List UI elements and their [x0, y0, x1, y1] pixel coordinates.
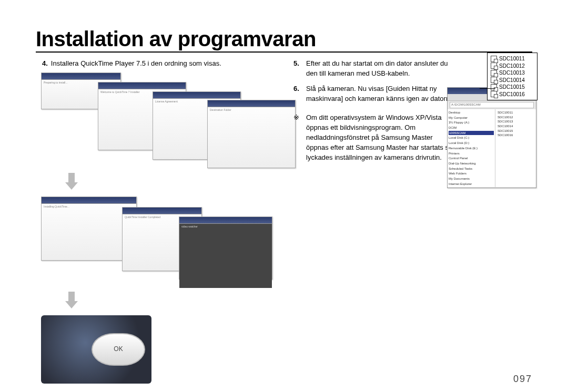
page-title: Installation av programvaran	[36, 27, 316, 51]
callout-item: SDC10013	[491, 69, 534, 77]
down-arrow-icon	[65, 290, 78, 310]
step-4-number: 4.	[42, 59, 48, 68]
explorer-pane: SDC10011 SDC10012 SDC10013 SDC10014 SDC1…	[495, 109, 536, 187]
samsung-installer-thumb: OK	[41, 315, 151, 384]
step-4-text: Installera QuickTime Player 7.5 i den or…	[51, 59, 221, 68]
callout-label: SDC10015	[499, 84, 525, 91]
callout-item: SDC10011	[491, 55, 534, 63]
callout-label: SDC10016	[499, 91, 525, 98]
file-item: SDC10014	[498, 124, 534, 129]
file-item: SDC10016	[498, 133, 534, 138]
image-file-icon	[491, 56, 497, 62]
tree-item: Control Panel	[449, 156, 494, 161]
down-arrow-icon	[65, 171, 78, 191]
explorer-tree: Desktop My Computer 3½ Floppy (A:) DCIM …	[448, 109, 495, 187]
tree-item: Web Folders	[449, 171, 494, 176]
image-file-icon	[491, 91, 497, 97]
tree-item: Local Disk (C:)	[449, 136, 494, 140]
installer-thumb: Destination Folder	[207, 100, 296, 168]
explorer-window-thumb: A:\DCIM\100SSCAM Desktop My Computer 3½ …	[447, 87, 536, 188]
tree-item: Removable Disk (E:)	[449, 146, 494, 151]
tree-item: Dial-Up Networking	[449, 161, 494, 166]
callout-label: SDC10011	[499, 55, 525, 63]
step-6-text: Slå på kameran. Nu visas [Guiden Hittat …	[306, 84, 459, 104]
callout-leader-line	[480, 88, 495, 89]
tree-item: My Documents	[449, 177, 494, 181]
file-list-callout: SDC10011 SDC10012 SDC10013 SDC10014 SDC1…	[487, 53, 537, 100]
callout-item: SDC10015	[491, 84, 534, 91]
tree-item: Scheduled Tasks	[449, 167, 494, 171]
note: ※ Om ditt operativsystem är Windows XP/V…	[293, 113, 457, 162]
callout-item: SDC10016	[491, 91, 534, 98]
file-item: SDC10011	[498, 110, 534, 115]
image-file-icon	[491, 70, 497, 76]
step-5-number: 5.	[293, 59, 303, 79]
step-4: 4. Installera QuickTime Player 7.5 i den…	[42, 59, 278, 68]
reference-mark-icon: ※	[293, 113, 303, 162]
tree-item: DCIM	[449, 126, 494, 130]
file-item: SDC10015	[498, 129, 534, 133]
page-number: 097	[513, 374, 532, 385]
image-file-icon	[491, 63, 497, 69]
note-text: Om ditt operativsystem är Windows XP/Vis…	[306, 113, 457, 162]
callout-item: SDC10014	[491, 77, 534, 84]
image-file-icon	[491, 84, 497, 90]
tree-item: Internet Explorer	[449, 182, 494, 187]
installer-thumbs-row-1: Preparing to install... Welcome to Quick…	[41, 73, 278, 166]
callout-item: SDC10012	[491, 63, 534, 70]
left-column: 4. Installera QuickTime Player 7.5 i den…	[36, 59, 278, 392]
right-column: 5. Efter att du har startat om din dator…	[293, 59, 533, 163]
tree-item: 3½ Floppy (A:)	[449, 120, 494, 125]
callout-label: SDC10013	[499, 69, 525, 77]
tree-item: Network Neighborhood	[449, 187, 494, 187]
callout-label: SDC10014	[499, 77, 525, 84]
tree-item: Desktop	[449, 110, 494, 115]
file-item: SDC10012	[498, 115, 534, 120]
ok-button-magnified: OK	[92, 333, 145, 366]
step-5-text: Efter att du har startat om din dator an…	[306, 59, 459, 79]
tree-item: My Computer	[449, 116, 494, 120]
installer-thumbs-row-2: Installing QuickTime... QuickTime Instal…	[41, 197, 278, 285]
tree-item: Printers	[449, 151, 494, 156]
title-rule	[36, 51, 532, 53]
file-item: SDC10013	[498, 119, 534, 124]
installer-thumb: video watcher	[179, 216, 272, 280]
tree-item: 100SSCAM	[449, 131, 494, 136]
callout-label: SDC10012	[499, 63, 525, 70]
step-6-number: 6.	[293, 84, 303, 104]
image-file-icon	[491, 77, 497, 83]
tree-item: Local Disk (D:)	[449, 141, 494, 146]
explorer-address-bar: A:\DCIM\100SSCAM	[450, 102, 534, 108]
